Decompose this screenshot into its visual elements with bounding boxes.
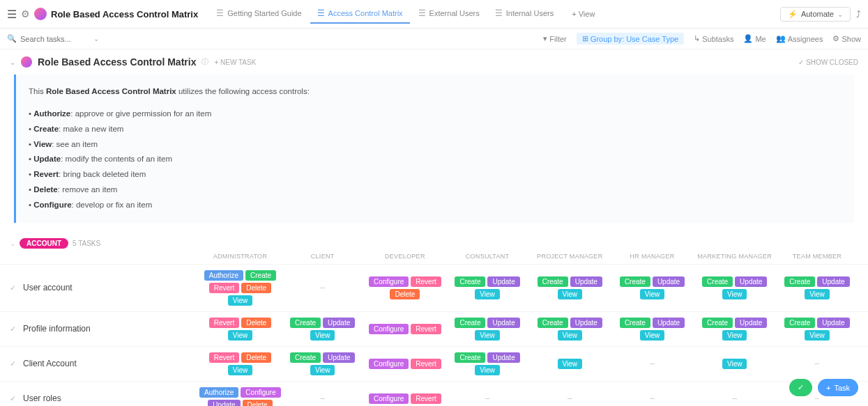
- permission-tag-update[interactable]: Update: [487, 352, 519, 363]
- permission-tag-configure[interactable]: Configure: [369, 324, 409, 334]
- assignees-button[interactable]: 👥 Assignees: [776, 34, 823, 43]
- permission-tag-view[interactable]: View: [228, 330, 253, 341]
- permission-tag-update[interactable]: Update: [570, 276, 602, 287]
- permission-tag-view[interactable]: View: [310, 365, 335, 375]
- tab-access-control-matrix[interactable]: ☰Access Control Matrix: [310, 4, 410, 24]
- permission-tag-create[interactable]: Create: [538, 276, 568, 287]
- task-row[interactable]: ✓User rolesAuthorizeConfigureUpdateDelet…: [0, 381, 868, 406]
- tab-internal-users[interactable]: ☰Internal Users: [488, 4, 561, 24]
- permission-tag-authorize[interactable]: Authorize: [204, 270, 243, 281]
- search-input[interactable]: [20, 35, 90, 43]
- permission-tag-update[interactable]: Update: [487, 318, 519, 328]
- permission-tag-create[interactable]: Create: [455, 352, 485, 363]
- permission-tag-update[interactable]: Update: [323, 352, 355, 363]
- permission-tag-update[interactable]: Update: [208, 400, 240, 406]
- tab-getting-started-guide[interactable]: ☰Getting Started Guide: [209, 4, 308, 24]
- help-fab[interactable]: ✓: [789, 379, 812, 396]
- permission-tag-configure[interactable]: Configure: [241, 387, 280, 398]
- add-view-button[interactable]: + View: [565, 6, 602, 22]
- permission-tag-view[interactable]: View: [722, 289, 747, 299]
- permission-tag-create[interactable]: Create: [455, 276, 485, 287]
- permission-tag-delete[interactable]: Delete: [390, 289, 420, 299]
- me-button[interactable]: 👤 Me: [743, 34, 766, 43]
- permission-tag-view[interactable]: View: [805, 289, 830, 299]
- permission-tag-delete[interactable]: Delete: [241, 318, 271, 328]
- task-row[interactable]: ✓Client AccountRevertDeleteViewCreateUpd…: [0, 346, 868, 381]
- permission-tag-update[interactable]: Update: [817, 318, 849, 328]
- tab-external-users[interactable]: ☰External Users: [411, 4, 487, 24]
- permission-tag-create[interactable]: Create: [620, 276, 650, 287]
- chevron-down-icon[interactable]: ⌄: [93, 35, 99, 42]
- permission-tag-view[interactable]: View: [722, 330, 747, 341]
- permission-tag-view[interactable]: View: [475, 365, 500, 375]
- permission-tag-create[interactable]: Create: [538, 318, 568, 328]
- settings-icon[interactable]: ⚙: [21, 8, 30, 19]
- permission-tag-update[interactable]: Update: [653, 276, 685, 287]
- permission-tag-delete[interactable]: Delete: [241, 283, 271, 293]
- permission-cell: CreateUpdateView: [528, 276, 611, 299]
- check-icon[interactable]: ✓: [10, 283, 16, 292]
- permission-tag-view[interactable]: View: [228, 295, 253, 306]
- permission-tag-view[interactable]: View: [558, 289, 583, 299]
- permission-tag-revert[interactable]: Revert: [209, 352, 239, 363]
- permission-tag-update[interactable]: Update: [487, 276, 519, 287]
- permission-tag-delete[interactable]: Delete: [241, 352, 271, 363]
- permission-tag-create[interactable]: Create: [455, 318, 485, 328]
- permission-tag-create[interactable]: Create: [784, 276, 815, 287]
- permission-tag-view[interactable]: View: [805, 330, 830, 341]
- permission-tag-update[interactable]: Update: [735, 318, 767, 328]
- permission-tag-update[interactable]: Update: [570, 318, 602, 328]
- collapse-icon[interactable]: ⌄: [10, 240, 15, 247]
- permission-tag-create[interactable]: Create: [620, 318, 650, 328]
- permission-tag-configure[interactable]: Configure: [369, 276, 409, 287]
- permission-tag-revert[interactable]: Revert: [209, 283, 239, 293]
- subtasks-button[interactable]: ↳ Subtasks: [694, 34, 733, 43]
- permission-tag-revert[interactable]: Revert: [209, 318, 239, 328]
- permission-tag-update[interactable]: Update: [817, 276, 849, 287]
- permission-tag-configure[interactable]: Configure: [369, 359, 409, 369]
- permission-tag-view[interactable]: View: [558, 330, 583, 341]
- permission-tag-create[interactable]: Create: [290, 318, 321, 328]
- permission-tag-authorize[interactable]: Authorize: [199, 387, 238, 398]
- avatar[interactable]: [34, 8, 47, 20]
- permission-tag-revert[interactable]: Revert: [411, 324, 441, 334]
- share-icon[interactable]: ⤴: [856, 9, 861, 19]
- permission-tag-view[interactable]: View: [640, 330, 665, 341]
- collapse-icon[interactable]: ⌄: [10, 58, 15, 66]
- permission-tag-revert[interactable]: Revert: [411, 359, 441, 369]
- check-icon[interactable]: ✓: [10, 394, 16, 403]
- filter-button[interactable]: ▾ Filter: [543, 34, 566, 43]
- permission-tag-revert[interactable]: Revert: [411, 393, 441, 404]
- permission-tag-configure[interactable]: Configure: [369, 393, 409, 404]
- permission-tag-view[interactable]: View: [228, 365, 253, 375]
- new-task-button[interactable]: + NEW TASK: [214, 58, 256, 66]
- permission-tag-create[interactable]: Create: [702, 318, 733, 328]
- info-icon[interactable]: ⓘ: [201, 57, 208, 67]
- task-row[interactable]: ✓User accountAuthorizeCreateRevertDelete…: [0, 264, 868, 311]
- permission-tag-update[interactable]: Update: [653, 318, 685, 328]
- permission-tag-delete[interactable]: Delete: [243, 400, 273, 406]
- permission-tag-create[interactable]: Create: [290, 352, 321, 363]
- check-icon[interactable]: ✓: [10, 325, 16, 334]
- permission-tag-create[interactable]: Create: [784, 318, 815, 328]
- menu-icon[interactable]: ☰: [7, 8, 17, 21]
- permission-tag-create[interactable]: Create: [245, 270, 276, 281]
- permission-tag-update[interactable]: Update: [323, 318, 355, 328]
- group-badge[interactable]: ACCOUNT: [20, 238, 68, 249]
- automate-button[interactable]: ⚡ Automate ⌄: [780, 7, 851, 22]
- permission-tag-view[interactable]: View: [722, 359, 747, 369]
- permission-tag-view[interactable]: View: [475, 330, 500, 341]
- show-button[interactable]: ⚙ Show: [832, 34, 861, 43]
- task-row[interactable]: ✓Profile informationRevertDeleteViewCrea…: [0, 311, 868, 346]
- permission-tag-view[interactable]: View: [475, 289, 500, 299]
- groupby-button[interactable]: ⊞ Group by: Use Case Type: [577, 33, 684, 45]
- show-closed-toggle[interactable]: ✓ SHOW CLOSED: [798, 58, 858, 66]
- permission-tag-view[interactable]: View: [310, 330, 335, 341]
- permission-tag-update[interactable]: Update: [735, 276, 767, 287]
- check-icon[interactable]: ✓: [10, 359, 16, 368]
- permission-tag-view[interactable]: View: [640, 289, 665, 299]
- permission-tag-view[interactable]: View: [558, 359, 583, 369]
- new-task-fab[interactable]: + Task: [818, 379, 858, 396]
- permission-tag-create[interactable]: Create: [702, 276, 733, 287]
- permission-tag-revert[interactable]: Revert: [411, 276, 441, 287]
